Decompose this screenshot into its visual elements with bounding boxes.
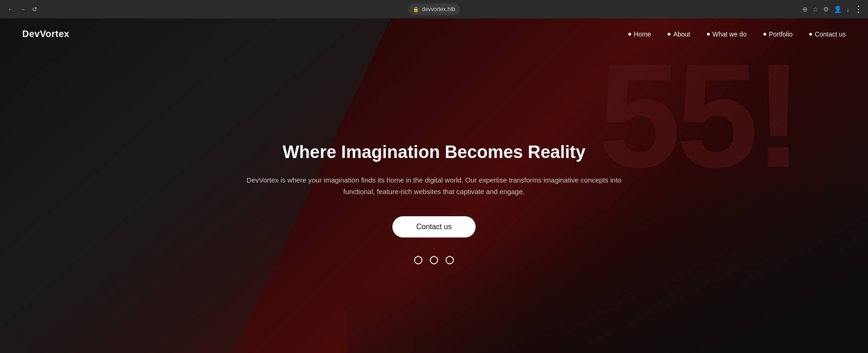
nav-label-contact: Contact us — [815, 30, 846, 38]
nav-item-home[interactable]: Home — [628, 30, 651, 38]
contact-us-button[interactable]: Contact us — [392, 216, 476, 237]
pagination-dots — [414, 256, 454, 264]
nav-label-home: Home — [634, 30, 651, 38]
nav-label-what-we-do: What we do — [713, 30, 747, 38]
bookmark-icon[interactable]: ☆ — [812, 6, 818, 13]
pagination-dot-3[interactable] — [446, 256, 454, 264]
logo: DevVortex — [22, 29, 69, 39]
browser-right-icons: ⊕ ☆ ⚙ 👤 ↓ ⋮ — [802, 4, 862, 14]
nav-dot — [809, 33, 812, 36]
nav-item-contact[interactable]: Contact us — [809, 30, 846, 38]
download-icon[interactable]: ↓ — [846, 6, 849, 13]
nav-item-what-we-do[interactable]: What we do — [707, 30, 747, 38]
nav-links: Home About What we do Portfolio Contact … — [628, 30, 846, 38]
forward-button[interactable]: → — [18, 4, 28, 14]
nav-dot — [707, 33, 710, 36]
nav-item-about[interactable]: About — [668, 30, 690, 38]
hero-title: Where Imagination Becomes Reality — [283, 142, 586, 163]
nav-dot — [668, 33, 670, 36]
nav-dot — [628, 33, 631, 36]
nav-buttons: ← → ↺ — [6, 4, 40, 14]
back-button[interactable]: ← — [6, 4, 16, 14]
nav-label-portfolio: Portfolio — [769, 30, 793, 38]
hero-subtitle: DevVortex is where your imagination find… — [244, 174, 624, 198]
menu-icon[interactable]: ⋮ — [854, 4, 862, 14]
nav-item-portfolio[interactable]: Portfolio — [763, 30, 793, 38]
lock-icon: 🔒 — [413, 6, 419, 12]
pagination-dot-1[interactable] — [414, 256, 422, 264]
pagination-dot-2[interactable] — [430, 256, 438, 264]
nav-dot — [763, 33, 766, 36]
browser-toolbar: ← → ↺ 🔒 devvortex.htb ⊕ ☆ ⚙ 👤 ↓ ⋮ — [0, 0, 868, 18]
nav-label-about: About — [673, 30, 690, 38]
refresh-button[interactable]: ↺ — [30, 4, 40, 14]
translate-icon[interactable]: ⊕ — [802, 6, 808, 13]
url-text: devvortex.htb — [422, 6, 455, 12]
navbar: DevVortex Home About What we do Portfoli… — [0, 18, 868, 49]
website-container: 55! DevVortex Home About What we do Port… — [0, 18, 868, 353]
profile-icon[interactable]: 👤 — [834, 6, 842, 13]
extensions-icon[interactable]: ⚙ — [823, 6, 829, 13]
hero-content: Where Imagination Becomes Reality DevVor… — [0, 142, 868, 264]
address-bar[interactable]: 🔒 devvortex.htb — [408, 3, 460, 15]
